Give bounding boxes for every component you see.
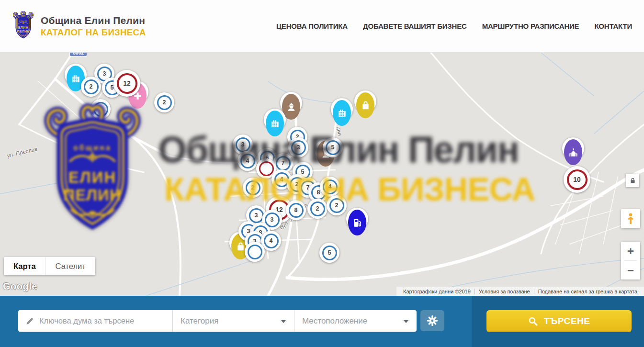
search-button-label: ТЪРСЕНЕ bbox=[544, 316, 590, 326]
map-type-control: Карта Сателит bbox=[4, 257, 95, 275]
pencil-icon bbox=[25, 316, 34, 326]
nav-item[interactable]: МАРШРУТНО РАЗПИСАНИЕ bbox=[482, 22, 579, 30]
search-bar: Категория Местоположение ТЪРСЕНЕ bbox=[0, 296, 644, 347]
map-canvas[interactable]: 6002ул. Преславциибул. „Новосел 32512223… bbox=[0, 53, 644, 296]
keyword-input[interactable] bbox=[39, 316, 159, 325]
map-cluster-marker[interactable]: 4 bbox=[237, 151, 258, 171]
search-button[interactable]: ТЪРСЕНЕ bbox=[486, 310, 632, 332]
location-select-label: Местоположение bbox=[302, 316, 367, 326]
map-cluster-marker[interactable] bbox=[90, 99, 111, 119]
chevron-down-icon bbox=[281, 320, 286, 323]
site-title: Община Елин Пелин bbox=[41, 15, 146, 26]
map-type-satellite-button[interactable]: Сателит bbox=[45, 257, 95, 275]
map-cluster-marker[interactable]: 5 bbox=[319, 243, 339, 263]
zoom-control: + − bbox=[621, 242, 640, 280]
map-attribution: Картографски данни ©2019Условия за ползв… bbox=[396, 287, 644, 296]
street-view-pegman-button[interactable] bbox=[621, 209, 640, 228]
map-cluster-marker[interactable]: 2 bbox=[307, 199, 328, 219]
nav-item[interactable]: ДОБАВЕТЕ ВАШИЯТ БИЗНЕС bbox=[363, 22, 467, 30]
category-select-label: Категория bbox=[181, 316, 218, 326]
main-nav: ЦЕНОВА ПОЛИТИКАДОБАВЕТЕ ВАШИЯТ БИЗНЕСМАР… bbox=[276, 22, 632, 30]
map-cluster-marker[interactable]: 4 bbox=[320, 177, 340, 197]
page: Община Елин Пелин КАТАЛОГ НА БИЗНЕСА ЦЕН… bbox=[0, 0, 644, 347]
terms-link[interactable]: Условия за ползване bbox=[475, 289, 534, 294]
map-cluster-marker[interactable]: 12 bbox=[113, 70, 140, 97]
nav-item[interactable]: ЦЕНОВА ПОЛИТИКА bbox=[276, 22, 348, 30]
pegman-icon bbox=[625, 213, 636, 225]
map-cluster-marker[interactable]: 10 bbox=[564, 166, 590, 193]
site-header: Община Елин Пелин КАТАЛОГ НА БИЗНЕСА ЦЕН… bbox=[0, 0, 644, 53]
map-cluster-marker[interactable]: 2 bbox=[81, 77, 101, 97]
municipality-crest-icon bbox=[12, 11, 34, 42]
category-select[interactable]: Категория bbox=[172, 310, 294, 332]
lock-button[interactable] bbox=[626, 174, 639, 187]
nav-item[interactable]: КОНТАКТИ bbox=[594, 22, 632, 30]
advanced-settings-button[interactable] bbox=[420, 310, 444, 331]
map-type-map-button[interactable]: Карта bbox=[4, 257, 45, 275]
map-cluster-marker[interactable]: 3 bbox=[288, 137, 308, 157]
search-fields: Категория Местоположение bbox=[18, 310, 417, 332]
keyword-field[interactable] bbox=[18, 310, 172, 332]
map-cluster-marker[interactable]: 5 bbox=[323, 137, 343, 157]
attribution-copyright: Картографски данни ©2019 bbox=[399, 289, 475, 294]
map-cluster-marker[interactable]: 2 bbox=[154, 92, 174, 112]
search-icon bbox=[528, 316, 538, 326]
report-error-link[interactable]: Подаване на сигнал за грешка в картата bbox=[534, 289, 641, 294]
site-logo-link[interactable]: Община Елин Пелин КАТАЛОГ НА БИЗНЕСА bbox=[12, 11, 146, 42]
zoom-out-button[interactable]: − bbox=[621, 261, 640, 280]
map-cluster-marker[interactable]: 8 bbox=[286, 200, 306, 220]
site-subtitle: КАТАЛОГ НА БИЗНЕСА bbox=[41, 27, 146, 38]
zoom-in-button[interactable]: + bbox=[621, 242, 640, 260]
location-select[interactable]: Местоположение bbox=[294, 310, 417, 332]
cluster-markers-layer: 3251222353647542784222128333834510 bbox=[0, 53, 644, 296]
lock-icon bbox=[629, 177, 636, 184]
google-logo[interactable]: Google bbox=[3, 281, 37, 292]
gear-icon bbox=[427, 315, 438, 326]
map-cluster-marker[interactable] bbox=[245, 242, 265, 262]
chevron-down-icon bbox=[404, 320, 408, 323]
map-cluster-marker[interactable]: 2 bbox=[243, 178, 263, 198]
map-cluster-marker[interactable]: 2 bbox=[327, 195, 347, 215]
